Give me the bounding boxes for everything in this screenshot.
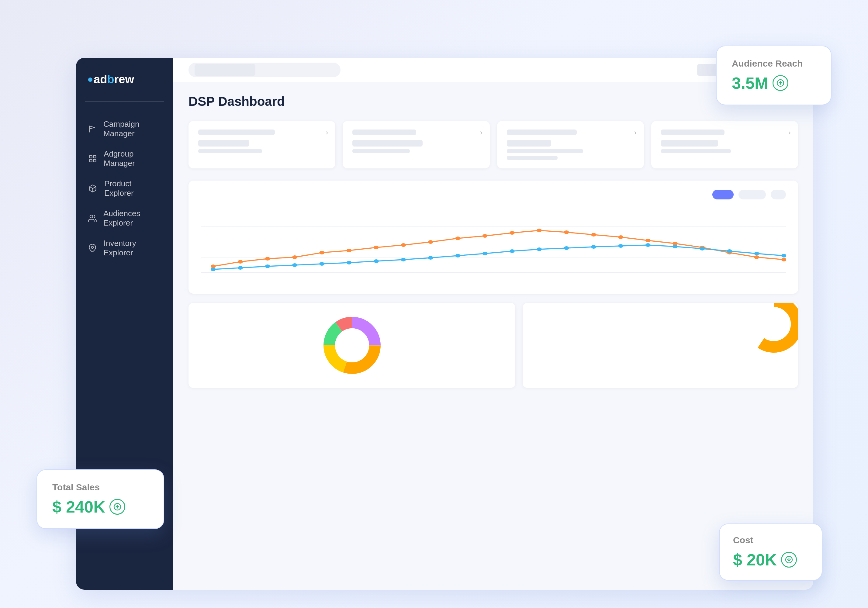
svg-point-34 bbox=[238, 266, 243, 270]
chart-pill-impressions[interactable] bbox=[738, 190, 766, 199]
chart-svg bbox=[201, 206, 786, 285]
svg-point-43 bbox=[482, 252, 488, 255]
bottom-right-card bbox=[522, 303, 798, 388]
svg-point-31 bbox=[754, 255, 760, 259]
svg-point-60 bbox=[335, 328, 369, 362]
main-content: DSP Dashboard › › bbox=[173, 58, 813, 590]
floating-card-audience-reach: Audience Reach 3.5M bbox=[716, 46, 831, 105]
dashboard-title: DSP Dashboard bbox=[189, 94, 798, 109]
logo-area: adbrew bbox=[76, 73, 173, 101]
chart-svg-container bbox=[201, 206, 786, 285]
sidebar-label-audiences-explorer: Audiences Explorer bbox=[103, 209, 161, 228]
donut-svg bbox=[322, 315, 383, 376]
stat-card-1-label-skel bbox=[198, 130, 275, 135]
chart-pill-ctr[interactable] bbox=[771, 190, 786, 199]
logo-dot bbox=[88, 78, 92, 82]
audience-reach-trend-icon bbox=[772, 75, 788, 91]
svg-point-17 bbox=[374, 246, 379, 249]
svg-point-38 bbox=[347, 261, 352, 264]
svg-point-16 bbox=[347, 249, 352, 252]
grid-icon bbox=[88, 154, 97, 164]
location-icon bbox=[88, 243, 97, 253]
stat-card-4: › bbox=[651, 121, 798, 168]
svg-point-21 bbox=[482, 234, 488, 238]
chart-section bbox=[189, 181, 798, 294]
logo: adbrew bbox=[88, 73, 161, 86]
users-icon bbox=[88, 213, 97, 223]
stat-card-1-sub-skel bbox=[198, 149, 262, 153]
audience-reach-amount: 3.5M bbox=[732, 74, 768, 92]
floating-card-cost: Cost $ 20K bbox=[719, 523, 822, 581]
svg-point-19 bbox=[428, 240, 433, 244]
partial-donut bbox=[743, 303, 798, 354]
logo-ad: ad bbox=[94, 73, 107, 86]
chart-controls bbox=[201, 190, 786, 199]
sidebar-divider bbox=[85, 101, 164, 102]
bottom-row bbox=[189, 303, 798, 388]
sidebar-label-inventory-explorer: Inventory Explorer bbox=[104, 239, 161, 257]
sidebar-item-inventory-explorer[interactable]: Inventory Explorer bbox=[76, 233, 173, 263]
stat-cards-row: › › › bbox=[189, 121, 798, 168]
dashboard-body: DSP Dashboard › › bbox=[173, 82, 813, 400]
total-sales-amount: $ 240K bbox=[52, 497, 105, 516]
sidebar-label-product-explorer: Product Explorer bbox=[104, 179, 161, 198]
stat-card-1-value-skel bbox=[198, 140, 249, 147]
svg-point-40 bbox=[401, 258, 406, 261]
sidebar-item-campaign-manager[interactable]: Campaign Manager bbox=[76, 114, 173, 144]
svg-point-41 bbox=[428, 256, 433, 260]
stat-card-3: › bbox=[497, 121, 644, 168]
svg-point-50 bbox=[673, 245, 678, 248]
chart-pill-active[interactable] bbox=[712, 190, 734, 199]
box-icon bbox=[88, 184, 98, 193]
cost-label: Cost bbox=[733, 535, 808, 545]
svg-point-42 bbox=[455, 254, 460, 257]
header-search-area bbox=[189, 63, 341, 77]
svg-point-20 bbox=[455, 237, 460, 240]
sidebar-item-adgroup-manager[interactable]: Adgroup Manager bbox=[76, 144, 173, 174]
floating-card-total-sales: Total Sales $ 240K bbox=[37, 469, 164, 529]
svg-rect-2 bbox=[89, 159, 92, 162]
svg-point-26 bbox=[618, 235, 623, 239]
svg-rect-3 bbox=[93, 159, 96, 162]
svg-point-52 bbox=[727, 249, 732, 253]
cost-value: $ 20K bbox=[733, 550, 808, 569]
svg-point-44 bbox=[510, 249, 515, 253]
svg-point-14 bbox=[292, 255, 298, 259]
svg-point-6 bbox=[91, 246, 94, 248]
logo-b: b bbox=[107, 73, 114, 86]
svg-point-23 bbox=[537, 229, 542, 232]
total-sales-label: Total Sales bbox=[52, 482, 148, 492]
flag-icon bbox=[88, 124, 97, 134]
svg-rect-1 bbox=[93, 156, 96, 158]
stat-card-2: › bbox=[343, 121, 490, 168]
sidebar-item-product-explorer[interactable]: Product Explorer bbox=[76, 174, 173, 203]
scene-container: adbrew Campaign Manager Adgroup Manager bbox=[37, 40, 831, 590]
svg-point-22 bbox=[510, 231, 515, 235]
svg-point-13 bbox=[265, 257, 270, 261]
svg-point-15 bbox=[319, 251, 325, 254]
sidebar-label-campaign-manager: Campaign Manager bbox=[103, 119, 161, 138]
svg-point-12 bbox=[238, 260, 243, 264]
cost-trend-icon bbox=[781, 552, 797, 568]
svg-rect-0 bbox=[89, 156, 92, 158]
svg-point-62 bbox=[757, 307, 791, 341]
svg-point-24 bbox=[564, 230, 569, 234]
svg-point-49 bbox=[645, 243, 651, 247]
total-sales-value: $ 240K bbox=[52, 497, 148, 516]
svg-point-27 bbox=[645, 239, 651, 242]
audience-reach-label: Audience Reach bbox=[732, 58, 816, 69]
donut-card bbox=[189, 303, 515, 388]
donut-chart-container bbox=[198, 312, 506, 379]
stat-card-1: › bbox=[189, 121, 335, 168]
svg-point-5 bbox=[90, 215, 93, 218]
svg-point-36 bbox=[292, 263, 298, 267]
audience-reach-value: 3.5M bbox=[732, 74, 816, 92]
svg-point-47 bbox=[591, 245, 596, 249]
svg-point-45 bbox=[537, 247, 542, 251]
sidebar-item-audiences-explorer[interactable]: Audiences Explorer bbox=[76, 203, 173, 233]
svg-point-48 bbox=[618, 244, 623, 248]
svg-point-37 bbox=[319, 262, 325, 266]
svg-point-32 bbox=[781, 258, 786, 261]
svg-point-35 bbox=[265, 264, 270, 268]
svg-point-54 bbox=[781, 254, 786, 257]
